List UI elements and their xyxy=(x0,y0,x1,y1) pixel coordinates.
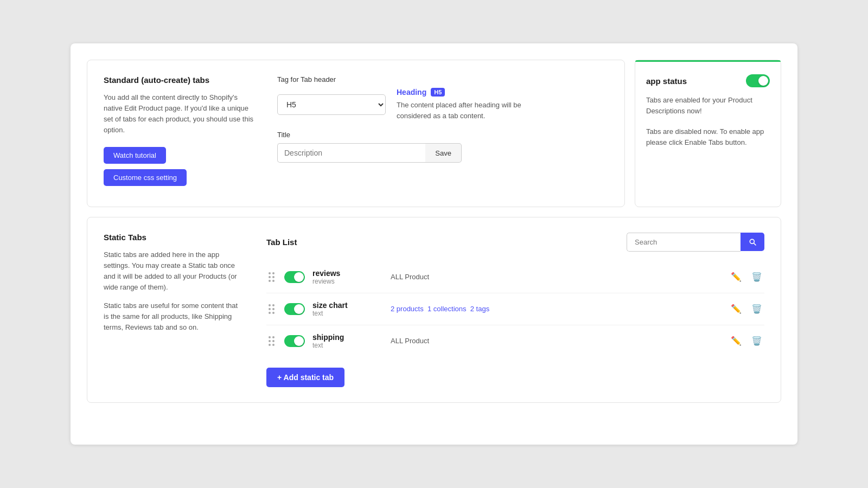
tab-assignment-link-products[interactable]: 2 products xyxy=(391,305,424,313)
drag-dot xyxy=(272,336,275,338)
tab-name-shipping: shipping xyxy=(312,333,383,342)
tab-actions-sizechart: ✏️ 🗑️ xyxy=(729,301,764,316)
tab-list-title: Tab List xyxy=(266,237,297,247)
drag-dot xyxy=(272,280,275,282)
tab-assignment-shipping: ALL Product xyxy=(391,337,721,345)
save-button[interactable]: Save xyxy=(425,143,462,163)
drag-dot-row xyxy=(269,336,275,338)
pencil-icon: ✏️ xyxy=(731,272,742,281)
heading-badge: H5 xyxy=(431,88,445,97)
drag-dot xyxy=(272,304,275,306)
drag-dot xyxy=(269,312,271,314)
trash-icon: 🗑️ xyxy=(751,272,762,281)
tab-subtype-reviews: reviews xyxy=(312,278,383,285)
delete-button-sizechart[interactable]: 🗑️ xyxy=(749,301,764,316)
drag-dot xyxy=(269,280,271,282)
tab-info-sizechart: size chart text xyxy=(312,301,383,317)
trash-icon: 🗑️ xyxy=(751,304,762,313)
app-status-title: app status xyxy=(646,76,687,86)
tab-info-reviews: reviews reviews xyxy=(312,269,383,285)
drag-dot-row xyxy=(269,312,275,314)
drag-dot-row xyxy=(269,340,275,342)
standard-tabs-card: Standard (auto-create) tabs You add all … xyxy=(87,60,625,207)
tab-row: size chart text 2 products 1 collections… xyxy=(266,293,764,325)
edit-button-sizechart[interactable]: ✏️ xyxy=(729,301,744,316)
drag-handle[interactable] xyxy=(266,303,277,315)
drag-dot xyxy=(269,340,271,342)
drag-handle[interactable] xyxy=(266,271,277,283)
drag-dot xyxy=(269,336,271,338)
drag-handle[interactable] xyxy=(266,335,277,347)
drag-dot xyxy=(269,304,271,306)
static-right: Tab List xyxy=(266,233,764,387)
heading-label: Heading H5 xyxy=(397,88,548,97)
app-status-card: app status Tabs are enabled for your Pro… xyxy=(635,60,781,207)
static-tabs-title: Static Tabs xyxy=(104,233,245,242)
app-status-text1: Tabs are enabled for your Product Descri… xyxy=(646,95,770,117)
drag-dot-row xyxy=(269,344,275,346)
tab-row: reviews reviews ALL Product ✏️ 🗑️ xyxy=(266,261,764,293)
drag-dot xyxy=(269,272,271,274)
tag-label: Tag for Tab header xyxy=(277,75,608,84)
title-input[interactable] xyxy=(277,143,425,163)
drag-dot xyxy=(272,272,275,274)
drag-dot-row xyxy=(269,304,275,306)
drag-dot xyxy=(269,344,271,346)
bottom-section: Static Tabs Static tabs are added here i… xyxy=(87,217,781,403)
search-icon xyxy=(748,237,757,246)
tag-field-group: Tag for Tab header H1 H2 H3 H4 H5 H6 xyxy=(277,75,608,121)
tab-toggle-sizechart[interactable] xyxy=(284,303,305,315)
drag-dot-row xyxy=(269,272,275,274)
tab-toggle-reviews[interactable] xyxy=(284,271,305,283)
watch-tutorial-button[interactable]: Watch tutorial xyxy=(104,147,166,164)
drag-dot xyxy=(269,308,271,310)
static-left: Static Tabs Static tabs are added here i… xyxy=(104,233,245,387)
tab-info-shipping: shipping text xyxy=(312,333,383,349)
tab-subtype-sizechart: text xyxy=(312,310,383,317)
search-input[interactable] xyxy=(627,233,741,252)
app-status-toggle[interactable] xyxy=(746,74,770,87)
tab-assignment-link-tags[interactable]: 2 tags xyxy=(470,305,489,313)
tab-name-sizechart: size chart xyxy=(312,301,383,310)
tab-assignment-link-collections[interactable]: 1 collections xyxy=(427,305,467,313)
pencil-icon: ✏️ xyxy=(731,336,742,345)
pencil-icon: ✏️ xyxy=(731,304,742,313)
standard-tabs-desc: You add all the content directly to Shop… xyxy=(104,92,256,136)
drag-dot-row xyxy=(269,276,275,278)
static-tabs-desc1: Static tabs are added here in the app se… xyxy=(104,249,245,293)
edit-button-reviews[interactable]: ✏️ xyxy=(729,269,744,284)
page-wrapper: Standard (auto-create) tabs You add all … xyxy=(71,43,797,445)
drag-dot xyxy=(272,340,275,342)
search-button[interactable] xyxy=(741,233,764,251)
tab-toggle-shipping[interactable] xyxy=(284,335,305,347)
custom-css-button[interactable]: Custome css setting xyxy=(104,169,187,186)
tab-row: shipping text ALL Product ✏️ 🗑️ xyxy=(266,325,764,357)
tab-actions-reviews: ✏️ 🗑️ xyxy=(729,269,764,284)
tab-list-header: Tab List xyxy=(266,233,764,252)
edit-button-shipping[interactable]: ✏️ xyxy=(729,333,744,348)
heading-text: Heading xyxy=(397,88,426,97)
app-status-header: app status xyxy=(646,74,770,87)
search-wrapper xyxy=(627,233,764,252)
tab-assignment-sizechart: 2 products 1 collections 2 tags xyxy=(391,305,721,313)
select-row: H1 H2 H3 H4 H5 H6 Heading H5 xyxy=(277,88,608,121)
add-static-tab-button[interactable]: + Add static tab xyxy=(266,368,344,387)
drag-dot xyxy=(272,344,275,346)
app-status-text2: Tabs are disabled now. To enable app ple… xyxy=(646,126,770,148)
tab-assignment-text-reviews: ALL Product xyxy=(391,273,429,281)
standard-right: Tag for Tab header H1 H2 H3 H4 H5 H6 xyxy=(277,75,608,191)
app-status-top-bar xyxy=(635,60,781,62)
top-section: Standard (auto-create) tabs You add all … xyxy=(87,60,781,207)
drag-dot xyxy=(272,312,275,314)
title-field-group: Title Save xyxy=(277,131,608,163)
tag-select[interactable]: H1 H2 H3 H4 H5 H6 xyxy=(277,94,386,115)
delete-button-shipping[interactable]: 🗑️ xyxy=(749,333,764,348)
standard-tabs-title: Standard (auto-create) tabs xyxy=(104,75,256,85)
drag-dot xyxy=(272,276,275,278)
delete-button-reviews[interactable]: 🗑️ xyxy=(749,269,764,284)
heading-desc: The content placed after heading will be… xyxy=(397,100,548,121)
drag-dot-row xyxy=(269,280,275,282)
title-label: Title xyxy=(277,131,608,139)
tab-actions-shipping: ✏️ 🗑️ xyxy=(729,333,764,348)
trash-icon: 🗑️ xyxy=(751,336,762,345)
